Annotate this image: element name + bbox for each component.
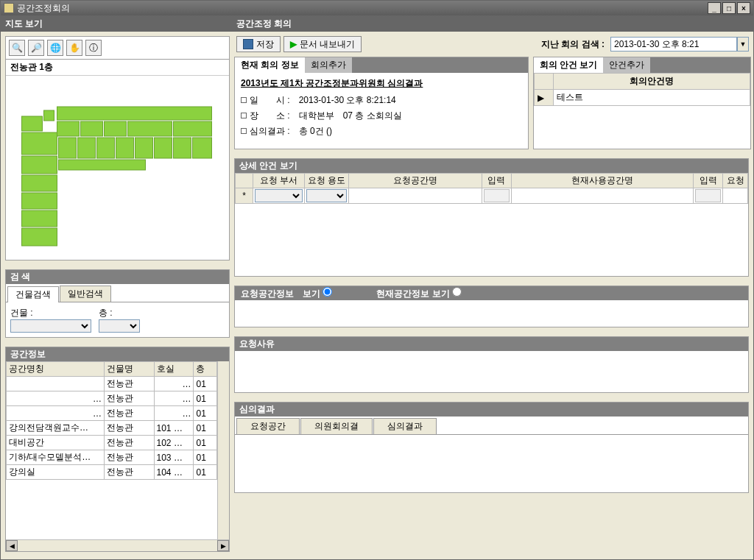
detail-agenda-panel: 상세 안건 보기 요청 부서 요청 용도 요청공간명 입력 현재사용공간명 입 [234,158,749,277]
close-button[interactable]: × [737,2,750,14]
building-select[interactable] [10,319,91,333]
svg-rect-7 [174,121,212,136]
view-options-panel: 요청공간정보 보기 현재공간정보 보기 [234,286,749,327]
left-column: 지도 보기 🔍 🔎 🌐 ✋ ⓘ 전농관 1층 [1,15,232,559]
tab-meeting-info[interactable]: 현재 회의 정보 [235,57,305,73]
building-label: 건물 : [10,308,33,318]
scroll-left-icon[interactable]: ◀ [6,540,18,551]
table-row: * [236,188,748,204]
opt-cur-space-view[interactable]: 현재공간정보 보기 [376,287,462,300]
svg-rect-21 [22,210,57,227]
tab-result[interactable]: 심의결과 [373,418,437,434]
zoom-out-icon[interactable]: 🔎 [28,40,44,56]
svg-rect-12 [116,138,134,158]
svg-rect-17 [22,156,57,174]
table-row: 전농관…01 [7,377,217,391]
dept-select[interactable] [255,189,303,202]
tab-agenda-add[interactable]: 안건추가 [603,57,650,73]
col-room[interactable]: 호실 [154,362,194,377]
col-floor[interactable]: 층 [194,362,217,377]
use-select[interactable] [306,189,347,202]
agenda-box: 회의 안건 보기 안건추가 회의안건명 ▶테스트 [533,57,751,149]
floor-select[interactable] [99,319,140,333]
export-button[interactable]: ▶ 문서 내보내기 [283,36,362,52]
past-meeting-date[interactable] [610,37,737,52]
map-canvas[interactable] [6,76,229,260]
map-toolbar: 🔍 🔎 🌐 ✋ ⓘ [6,37,229,60]
svg-rect-14 [155,138,172,158]
save-button[interactable]: 저장 [236,36,281,52]
col-building[interactable]: 건물명 [105,362,154,377]
svg-rect-6 [128,121,172,136]
tab-committee[interactable]: 의원회의결 [300,418,373,434]
scroll-right-icon[interactable]: ▶ [217,540,229,551]
svg-rect-5 [105,121,127,136]
zoom-in-icon[interactable]: 🔍 [9,40,25,56]
space-info-panel: 공간정보 공간명칭 건물명 호실 층 전농관 [5,347,230,552]
vertical-scrollbar[interactable] [217,361,229,539]
table-row: 기하/대수모델분석…전농관103 …01 [7,450,217,465]
space-info-header: 공간정보 [6,347,229,361]
reason-header: 요청사유 [235,337,748,351]
tab-agenda-view[interactable]: 회의 안건 보기 [534,57,604,73]
svg-rect-19 [22,175,57,191]
maximize-button[interactable]: □ [722,2,736,14]
request-reason-panel: 요청사유 [234,336,749,393]
input2-field[interactable] [695,189,721,202]
svg-rect-4 [81,121,103,136]
opt-req-space-view[interactable]: 요청공간정보 보기 [241,287,332,300]
svg-rect-16 [193,138,212,158]
svg-rect-3 [57,121,80,136]
svg-rect-10 [78,138,96,158]
past-search-label: 지난 회의 검색 : [541,38,605,51]
tab-building-search[interactable]: 건물검색 [7,286,59,302]
table-row: …전농관…01 [7,391,217,406]
svg-rect-0 [22,116,43,131]
meeting-info-box: 현재 회의 정보 회의추가 2013년도 제1차 공간조정분과위원회 심의결과 … [234,57,529,149]
horizontal-scrollbar[interactable]: ◀ ▶ [6,539,229,551]
tab-req-space[interactable]: 요청공간 [236,418,300,434]
titlebar: 공간조정회의 _ □ × [1,1,753,15]
detail-header: 상세 안건 보기 [235,159,748,173]
save-icon [243,39,253,49]
window-title: 공간조정회의 [17,2,70,15]
table-row: 대비공간전농관102 …01 [7,436,217,450]
agenda-table[interactable]: 회의안건명 ▶테스트 [534,73,750,106]
svg-rect-1 [44,110,54,121]
date-dropdown-icon[interactable]: ▼ [737,37,749,52]
input1-field[interactable] [484,189,510,202]
minimize-button[interactable]: _ [708,2,721,14]
result-header: 심의결과 [235,403,748,417]
play-icon: ▶ [290,39,297,49]
meeting-title: 2013년도 제1차 공간조정분과위원회 심의결과 [241,77,522,90]
svg-rect-8 [22,132,57,155]
map-title: 전농관 1층 [6,60,229,76]
pan-icon[interactable]: ✋ [66,40,82,56]
search-header: 검 색 [6,270,229,284]
svg-rect-13 [135,138,153,158]
top-actions: 저장 ▶ 문서 내보내기 지난 회의 검색 : ▼ [232,32,753,57]
meeting-header: 공간조정 회의 [232,15,753,32]
info-icon[interactable]: ⓘ [85,40,102,56]
table-row: 강의전담객원교수…전농관101 …01 [7,421,217,436]
floor-label: 층 : [99,308,113,318]
tab-general-search[interactable]: 일반검색 [60,286,111,302]
space-info-table[interactable]: 공간명칭 건물명 호실 층 전농관…01 …전농관…01 …전농관…01 강의전… [6,361,217,480]
detail-grid[interactable]: 요청 부서 요청 용도 요청공간명 입력 현재사용공간명 입력 요청 [235,173,748,204]
col-agenda-name: 회의안건명 [553,74,750,90]
svg-rect-15 [174,138,191,158]
app-window: 공간조정회의 _ □ × 지도 보기 🔍 🔎 🌐 ✋ ⓘ 전농관 1층 [0,0,754,560]
svg-rect-20 [22,193,57,209]
svg-rect-22 [22,228,57,246]
deliberation-result-panel: 심의결과 요청공간 의원회의결 심의결과 [234,402,749,493]
right-column: 공간조정 회의 저장 ▶ 문서 내보내기 지난 회의 검색 : ▼ [232,15,753,559]
app-icon [4,3,14,13]
search-panel: 검 색 건물검색 일반검색 건물 : 층 : [5,269,230,338]
tab-meeting-add[interactable]: 회의추가 [305,57,352,73]
search-tabs: 건물검색 일반검색 [6,284,229,302]
col-space-name[interactable]: 공간명칭 [7,362,105,377]
svg-rect-2 [57,107,212,120]
svg-rect-11 [97,138,115,158]
map-view-header: 지도 보기 [1,15,232,32]
globe-icon[interactable]: 🌐 [47,40,63,56]
